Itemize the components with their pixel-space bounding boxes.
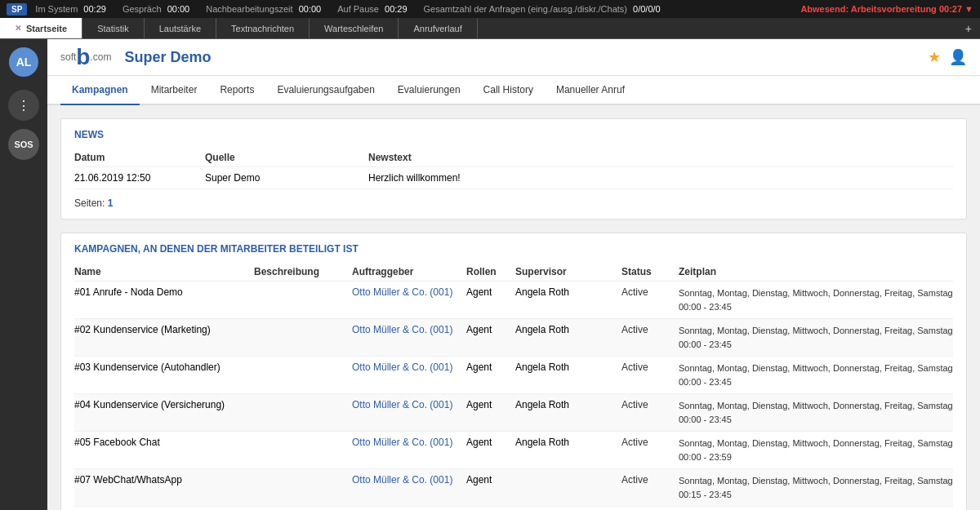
news-col-quelle: Quelle	[205, 152, 368, 163]
camp-name-3: #04 Kundenservice (Versicherung)	[74, 399, 254, 410]
nachbearbeitungszeit-value: 00:00	[299, 4, 322, 14]
camp-status-1: Active	[621, 324, 679, 335]
camp-zeitplan-0: Sonntag, Montag, Dienstag, Mittwoch, Don…	[679, 286, 953, 313]
nachbearbeitungszeit-label: Nachbearbeitungszeit	[206, 4, 292, 14]
app-title: Super Demo	[124, 49, 211, 66]
news-row-1: 21.06.2019 12:50 Super Demo Herzlich wil…	[74, 167, 953, 189]
news-datum-1: 21.06.2019 12:50	[74, 172, 205, 184]
camp-col-supervisor: Supervisor	[515, 266, 621, 277]
campaign-row-6[interactable]: #08 Customer hotline (Webinar - Video) (…	[74, 507, 953, 510]
camp-auftraggeber-3: Otto Müller & Co. (001)	[352, 399, 466, 410]
tab-textnachrichten-label: Textnachrichten	[231, 24, 294, 33]
camp-col-zeitplan: Zeitplan	[679, 266, 953, 277]
news-newstext-1: Herzlich willkommen!	[368, 172, 953, 184]
anfragen-label: Gesamtzahl der Anfragen (eing./ausg./dis…	[424, 4, 627, 14]
camp-auftraggeber-1: Otto Müller & Co. (001)	[352, 324, 466, 335]
nav-tab-kampagnen[interactable]: Kampagnen	[60, 76, 140, 105]
camp-supervisor-3: Angela Roth	[515, 399, 621, 410]
nav-tab-call-history[interactable]: Call History	[472, 76, 545, 105]
logo-soft: soft	[60, 51, 76, 63]
tab-startseite[interactable]: ✕ Startseite	[0, 18, 82, 38]
camp-name-1: #02 Kundenservice (Marketing)	[74, 324, 254, 335]
campaign-row-3[interactable]: #04 Kundenservice (Versicherung) Otto Mü…	[74, 394, 953, 432]
camp-name-5: #07 WebChat/WhatsApp	[74, 474, 254, 486]
sidebar: AL ⋮ SOS	[0, 39, 47, 510]
status-nachbearbeitungszeit: Nachbearbeitungszeit 00:00	[206, 4, 321, 14]
user-icon[interactable]: 👤	[949, 48, 967, 66]
camp-status-0: Active	[621, 286, 679, 298]
camp-supervisor-1: Angela Roth	[515, 324, 621, 335]
nav-tab-reports[interactable]: Reports	[208, 76, 265, 105]
camp-supervisor-4: Angela Roth	[515, 437, 621, 448]
pagination-page-1[interactable]: 1	[108, 197, 114, 209]
nav-tab-evaluierungen[interactable]: Evaluierungen	[386, 76, 472, 105]
logo-com: .com	[90, 51, 111, 63]
campaign-row-0[interactable]: #01 Anrufe - Noda Demo Otto Müller & Co.…	[74, 282, 953, 319]
camp-rollen-0: Agent	[466, 286, 515, 298]
dialpad-icon: ⋮	[17, 98, 30, 113]
campaign-row-1[interactable]: #02 Kundenservice (Marketing) Otto Mülle…	[74, 319, 953, 357]
status-bar: SP Im System 00:29 Gespräch 00:00 Nachbe…	[0, 0, 980, 18]
camp-rollen-4: Agent	[466, 437, 515, 448]
tab-lautstaerke[interactable]: Lautstärke	[145, 18, 216, 38]
tab-warteschleifen-label: Warteschleifen	[324, 24, 383, 33]
nav-tab-evaluierungsaufgaben[interactable]: Evaluierungsaufgaben	[265, 76, 385, 105]
tab-warteschleifen[interactable]: Warteschleifen	[310, 18, 399, 38]
dialpad-button[interactable]: ⋮	[8, 90, 39, 121]
camp-rollen-1: Agent	[466, 324, 515, 335]
sos-label: SOS	[14, 140, 33, 149]
campaigns-table-header: Name Beschreibung Auftraggeber Rollen Su…	[74, 263, 953, 282]
camp-zeitplan-1: Sonntag, Montag, Dienstag, Mittwoch, Don…	[679, 324, 953, 351]
gespraech-value: 00:00	[167, 4, 190, 14]
campaigns-section-title: KAMPAGNEN, AN DENEN DER MITARBEITER BETE…	[74, 243, 953, 255]
status-alert: Abwesend: Arbeitsvorbereitung 00:27 ▼	[800, 4, 973, 14]
news-table-header: Datum Quelle Newstext	[74, 149, 953, 167]
nav-tab-mitarbeiter-label: Mitarbeiter	[151, 84, 198, 95]
news-pagination: Seiten: 1	[74, 197, 953, 209]
camp-rollen-3: Agent	[466, 399, 515, 410]
camp-zeitplan-2: Sonntag, Montag, Dienstag, Mittwoch, Don…	[679, 361, 953, 388]
camp-col-auftraggeber: Auftraggeber	[352, 266, 466, 277]
header-icons: ★ 👤	[928, 48, 967, 66]
tab-statistik[interactable]: Statistik	[82, 18, 145, 38]
nav-tab-evaluierungen-label: Evaluierungen	[398, 84, 461, 95]
anfragen-value: 0/0/0/0	[633, 4, 661, 14]
news-section: NEWS Datum Quelle Newstext 21.06.2019 12…	[60, 118, 967, 220]
add-tab-button[interactable]: +	[957, 18, 980, 38]
camp-status-3: Active	[621, 399, 679, 410]
camp-status-2: Active	[621, 361, 679, 373]
nav-tab-evaluierungsaufgaben-label: Evaluierungsaufgaben	[277, 84, 374, 95]
tab-textnachrichten[interactable]: Textnachrichten	[216, 18, 310, 38]
tab-statistik-label: Statistik	[97, 24, 129, 33]
star-icon[interactable]: ★	[928, 48, 941, 66]
nav-tab-mitarbeiter[interactable]: Mitarbeiter	[140, 76, 209, 105]
camp-supervisor-0: Angela Roth	[515, 286, 621, 298]
camp-zeitplan-3: Sonntag, Montag, Dienstag, Mittwoch, Don…	[679, 399, 953, 426]
news-section-title: NEWS	[74, 129, 953, 140]
main-layout: AL ⋮ SOS soft b .com Super Demo ★ 👤 Kamp…	[0, 39, 980, 510]
gespraech-label: Gespräch	[122, 4, 162, 14]
campaign-row-4[interactable]: #05 Facebook Chat Otto Müller & Co. (001…	[74, 432, 953, 469]
status-auf-pause: Auf Pause 00:29	[337, 4, 407, 14]
camp-name-2: #03 Kundenservice (Autohandler)	[74, 361, 254, 373]
content-area: soft b .com Super Demo ★ 👤 Kampagnen Mit…	[47, 39, 980, 510]
camp-auftraggeber-0: Otto Müller & Co. (001)	[352, 286, 466, 298]
status-gespraech: Gespräch 00:00	[122, 4, 189, 14]
camp-col-rollen: Rollen	[466, 266, 515, 277]
im-system-value: 00:29	[83, 4, 106, 14]
sos-button[interactable]: SOS	[8, 129, 39, 160]
campaign-row-2[interactable]: #03 Kundenservice (Autohandler) Otto Mül…	[74, 357, 953, 394]
tab-lautstaerke-label: Lautstärke	[159, 24, 201, 33]
campaigns-section: KAMPAGNEN, AN DENEN DER MITARBEITER BETE…	[60, 233, 967, 510]
camp-status-5: Active	[621, 474, 679, 486]
app-header: soft b .com Super Demo ★ 👤	[47, 39, 980, 76]
auf-pause-value: 00:29	[385, 4, 408, 14]
nav-tab-manueller-anruf[interactable]: Manueller Anruf	[545, 76, 636, 105]
close-icon[interactable]: ✕	[15, 24, 21, 33]
tab-anrufverlauf[interactable]: Anrufverlauf	[399, 18, 477, 38]
campaign-row-5[interactable]: #07 WebChat/WhatsApp Otto Müller & Co. (…	[74, 469, 953, 507]
nav-tab-kampagnen-label: Kampagnen	[72, 84, 128, 95]
camp-name-4: #05 Facebook Chat	[74, 437, 254, 448]
nav-tab-reports-label: Reports	[220, 84, 254, 95]
camp-rollen-5: Agent	[466, 474, 515, 486]
